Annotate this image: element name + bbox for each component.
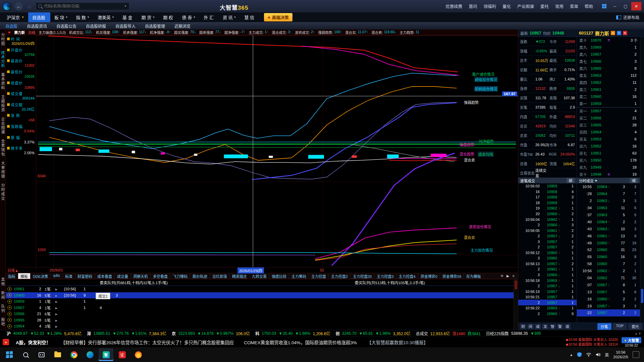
titlebar-link[interactable]: 委托 [540, 3, 549, 9]
left-tab[interactable]: 基本资料 [0, 70, 5, 93]
tray-expand-icon[interactable]: ▲ [570, 353, 573, 357]
chart-template-tab[interactable]: 成本看盘 [95, 273, 115, 279]
tick-trade-row[interactable]: 10:56:18 10959 ↑ 1 [518, 278, 577, 283]
tick-trade-row[interactable]: 2 10957 ↓ 2 [518, 233, 577, 239]
forward-button[interactable]: → [26, 3, 32, 9]
nikkei-index[interactable]: 日经225指数 53898.35 ▼395 [486, 330, 541, 336]
chart-template-tab[interactable]: 成交量 [115, 273, 131, 279]
big-order-alert[interactable]: ◆10:56 皇庭国际 大笔买入 10320 [566, 338, 618, 342]
left-tab-bottom[interactable]: 队列 [0, 302, 5, 315]
chart-template-tab[interactable]: 见红即涨 [210, 273, 230, 279]
mini-tab[interactable]: 成 [535, 324, 541, 329]
titlebar-link[interactable]: 慧问 [469, 3, 477, 9]
chart-template-tab[interactable]: 精英猎庄 [230, 273, 250, 279]
queue-row[interactable]: + 10954 4 3笔 [6, 323, 518, 329]
subnav-item[interactable]: 自选股管理 [145, 23, 165, 29]
network-icon[interactable] [586, 353, 591, 357]
minute-detail-button[interactable]: 细 [630, 178, 638, 183]
play-icon[interactable]: ▶ [506, 274, 509, 278]
index-scroll-arrows[interactable]: ▲▼ [635, 332, 642, 335]
search-dropdown-icon[interactable]: ▼ [124, 5, 127, 8]
task-view-icon[interactable] [34, 348, 49, 361]
dzh-app-icon[interactable]: 智 [99, 348, 113, 361]
menu-icon[interactable]: ≡ [513, 274, 515, 278]
volume-icon[interactable] [596, 353, 600, 357]
chart-template-tab[interactable]: 主力控盘3 [374, 273, 396, 279]
menu-tab[interactable]: 资 讯▼ [219, 12, 240, 22]
input-language[interactable]: 英 [605, 352, 609, 358]
tick-trade-row[interactable]: 2 10957 ↓ 1 [518, 283, 577, 289]
left-tab-bottom[interactable]: 股吧 [0, 315, 5, 329]
market-selector[interactable]: 沪深京▼ [3, 14, 28, 20]
sell-level-row[interactable]: 卖一 10959 1 [577, 100, 640, 107]
sell-level-row[interactable]: 卖六 10965 8 [577, 65, 640, 72]
tick-trade-row[interactable]: 10:56:13 10957 ↓ 2 [518, 261, 577, 267]
expand-circle-icon[interactable]: + [7, 287, 12, 291]
chart-template-tab[interactable]: 指标 [6, 273, 18, 279]
menu-tab[interactable]: 港美英▼ [94, 12, 118, 22]
left-tab[interactable]: 大单视镜 [0, 159, 5, 181]
index-segment[interactable]: 科 1750.03 ▼35.40 ▼1.98% 1,206.6亿 [255, 330, 330, 336]
tick-trade-row[interactable]: 2 10961 ↑ 1 [518, 266, 577, 272]
sell-level-row[interactable]: 卖三 10961 2 [577, 86, 640, 93]
sell-level-row[interactable]: 卖五 10963 112 [577, 72, 640, 79]
minute-trade-row[interactable]: :52 10960 31 23 [577, 246, 640, 253]
minute-trade-row[interactable]: :58 10960 7 2 [577, 260, 640, 267]
buy-level-row[interactable]: 买四 10954 4 [577, 128, 640, 135]
index-segment[interactable]: 创 3245.70 ▼65.81 ▼1.99% 3,352.0亿 [335, 330, 410, 336]
minute-trade-row[interactable]: :22 10957 2 2 [577, 309, 640, 316]
taskbar-search-icon[interactable] [18, 348, 33, 361]
left-tab[interactable]: 分时图 [0, 31, 5, 48]
subnav-item[interactable]: 自选股资讯 [27, 23, 47, 29]
tick-trade-row[interactable]: 10:56:05 10961 ↑ 2 [518, 228, 577, 233]
expand-circle-icon[interactable]: + [7, 299, 12, 304]
sell-level-row[interactable]: 卖四 10962 11 [577, 79, 640, 86]
minute-trade-row[interactable]: :46 10961 ↑ 13 9 [577, 232, 640, 239]
panel-view-tab[interactable]: 分笔 [597, 323, 611, 330]
start-button[interactable] [2, 348, 17, 361]
queue-scrollbar[interactable] [514, 279, 518, 330]
menu-tab[interactable]: 自选股 [28, 12, 50, 22]
layout-grid-icon[interactable] [599, 2, 609, 10]
minute-trade-row[interactable]: :40 10964 ↑ 2 2 [577, 218, 640, 225]
red-app-icon[interactable]: 证 [115, 348, 129, 361]
mini-tab[interactable]: 智 [549, 324, 556, 329]
tick-trade-row[interactable]: 10:56:19 10957 1 [518, 289, 577, 294]
tick-trade-row[interactable]: 10:56:12 10960 ↑ 1 [518, 250, 577, 256]
mini-tab[interactable]: 财 [520, 324, 526, 329]
big-order-alert[interactable]: ◆10:56 皇庭国际 大笔买入 18114 [566, 342, 618, 347]
mini-tab[interactable]: 龙 [542, 324, 548, 329]
chart-template-tab[interactable]: 强度比较 [269, 273, 289, 279]
mini-tab[interactable]: 适 [564, 324, 571, 329]
chart-template-tab[interactable]: 九转交易 [250, 273, 269, 279]
news-headline[interactable]: 【财经早餐】央行部署2026年信贷市场工作：太空光伏火了！多只热门概念股密集回应 [61, 339, 234, 346]
period-indicator[interactable]: 日线▲ [6, 267, 36, 273]
buy-level-row[interactable]: 买十 10948 ⇊ 19 [577, 171, 640, 178]
chart-template-tab[interactable]: 资金博弈0 [418, 273, 440, 279]
menu-tab[interactable]: 指 数▼ [72, 12, 94, 22]
queue-row[interactable]: + 10956 21 6笔 [6, 311, 518, 317]
menu-tab[interactable]: 外 汇 [200, 12, 219, 22]
queue-row[interactable]: + 10961 2 1笔 [10:56] 1 [6, 286, 518, 292]
sell-level-row[interactable]: 卖七 10966 3 [577, 58, 640, 65]
chart-template-tab[interactable]: 标准 [63, 273, 75, 279]
close-button[interactable]: ✕ [631, 2, 641, 10]
tick-trade-row[interactable]: 19 10962 ↑ 1 [518, 205, 577, 211]
stock-search-box[interactable]: ▼ [36, 2, 129, 10]
news-headline[interactable]: 【大智慧超赢数据10:30播报】 [367, 339, 428, 346]
tick-trade-row[interactable]: 20 10960 ↓ 2 [518, 211, 577, 217]
tick-trade-row[interactable]: 3 10960 ↓ 1 [518, 272, 577, 278]
minute-trade-row[interactable]: :19 10957 ↓ 3 3 [577, 302, 640, 309]
queue-row[interactable]: + 10955 28 5笔 [6, 317, 518, 323]
chrome-icon[interactable] [66, 348, 81, 361]
file-explorer-icon[interactable] [50, 348, 65, 361]
tick-detail-button[interactable]: 细 [567, 178, 575, 183]
minute-trade-row[interactable]: :16 10960 ↑ 2 2 [577, 295, 640, 302]
news-headline[interactable]: A股，突发利空！ [16, 339, 51, 346]
expand-circle-icon[interactable]: + [7, 324, 12, 328]
minute-trade-row[interactable]: :49 10960 ↑ 77 19 [577, 239, 640, 246]
minute-trade-row[interactable]: :43 10963 ↓ 10 3 [577, 225, 640, 232]
add-icon[interactable]: ✛ [500, 274, 503, 278]
queue-row[interactable]: + 10960 16 5笔 [10:56] 9 1 3 [6, 292, 518, 299]
buy-level-row[interactable]: 买五 10953 6 [577, 135, 640, 142]
